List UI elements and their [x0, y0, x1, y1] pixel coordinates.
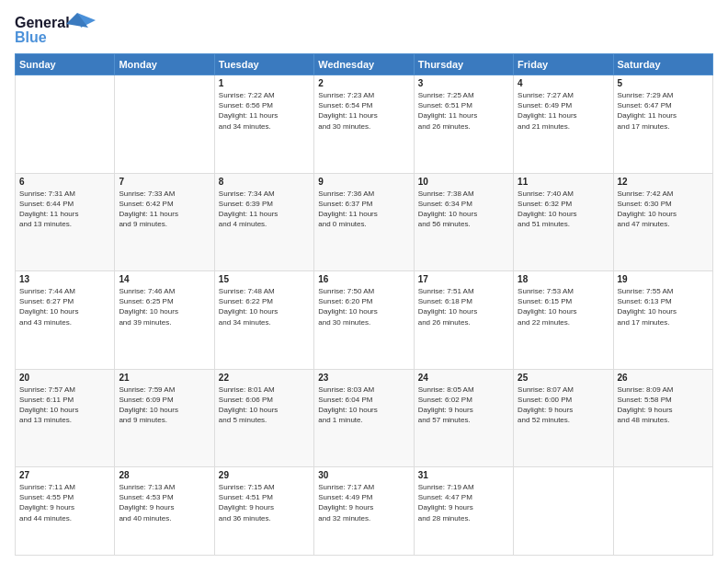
- cell-info: Sunrise: 8:09 AM Sunset: 5:58 PM Dayligh…: [618, 385, 709, 426]
- cell-info: Sunrise: 7:17 AM Sunset: 4:49 PM Dayligh…: [318, 482, 409, 523]
- calendar-cell: 17Sunrise: 7:51 AM Sunset: 6:18 PM Dayli…: [414, 271, 513, 370]
- cell-info: Sunrise: 7:50 AM Sunset: 6:20 PM Dayligh…: [318, 286, 409, 327]
- cell-info: Sunrise: 7:40 AM Sunset: 6:32 PM Dayligh…: [518, 189, 609, 230]
- day-number: 14: [119, 274, 210, 284]
- cell-info: Sunrise: 7:55 AM Sunset: 6:13 PM Dayligh…: [618, 286, 709, 327]
- day-number: 30: [318, 470, 409, 480]
- calendar-cell: 24Sunrise: 8:05 AM Sunset: 6:02 PM Dayli…: [414, 369, 513, 467]
- cell-info: Sunrise: 8:05 AM Sunset: 6:02 PM Dayligh…: [418, 385, 509, 426]
- cell-info: Sunrise: 7:42 AM Sunset: 6:30 PM Dayligh…: [618, 189, 709, 230]
- cell-info: Sunrise: 7:48 AM Sunset: 6:22 PM Dayligh…: [219, 286, 310, 327]
- cell-info: Sunrise: 7:19 AM Sunset: 4:47 PM Dayligh…: [418, 482, 509, 523]
- day-number: 7: [119, 177, 210, 187]
- col-header-monday: Monday: [115, 54, 214, 75]
- day-number: 19: [618, 274, 709, 284]
- day-number: 27: [19, 470, 110, 480]
- cell-info: Sunrise: 7:46 AM Sunset: 6:25 PM Dayligh…: [119, 286, 210, 327]
- calendar-cell: 9Sunrise: 7:36 AM Sunset: 6:37 PM Daylig…: [314, 173, 414, 271]
- day-number: 29: [219, 470, 310, 480]
- calendar-cell: 20Sunrise: 7:57 AM Sunset: 6:11 PM Dayli…: [16, 369, 115, 467]
- logo-svg: GeneralBlue: [15, 11, 97, 46]
- cell-info: Sunrise: 7:53 AM Sunset: 6:15 PM Dayligh…: [518, 286, 609, 327]
- calendar-cell: 10Sunrise: 7:38 AM Sunset: 6:34 PM Dayli…: [414, 173, 513, 271]
- cell-info: Sunrise: 7:15 AM Sunset: 4:51 PM Dayligh…: [219, 482, 310, 523]
- day-number: 23: [318, 373, 409, 383]
- day-number: 15: [219, 274, 310, 284]
- day-number: 26: [618, 373, 709, 383]
- day-number: 17: [418, 274, 509, 284]
- cell-info: Sunrise: 7:59 AM Sunset: 6:09 PM Dayligh…: [119, 385, 210, 426]
- calendar-cell: 18Sunrise: 7:53 AM Sunset: 6:15 PM Dayli…: [514, 271, 613, 370]
- cell-info: Sunrise: 7:11 AM Sunset: 4:55 PM Dayligh…: [19, 482, 110, 523]
- day-number: 3: [418, 78, 509, 88]
- day-number: 9: [318, 177, 409, 187]
- day-number: 16: [318, 274, 409, 284]
- cell-info: Sunrise: 7:57 AM Sunset: 6:11 PM Dayligh…: [19, 385, 110, 426]
- col-header-thursday: Thursday: [414, 54, 513, 75]
- calendar-cell: 28Sunrise: 7:13 AM Sunset: 4:53 PM Dayli…: [115, 467, 214, 556]
- calendar-cell: 3Sunrise: 7:25 AM Sunset: 6:51 PM Daylig…: [414, 75, 513, 174]
- cell-info: Sunrise: 7:38 AM Sunset: 6:34 PM Dayligh…: [418, 189, 509, 230]
- calendar-cell: 25Sunrise: 8:07 AM Sunset: 6:00 PM Dayli…: [514, 369, 613, 467]
- cell-info: Sunrise: 7:13 AM Sunset: 4:53 PM Dayligh…: [119, 482, 210, 523]
- page: GeneralBlue SundayMondayTuesdayWednesday…: [0, 0, 728, 563]
- cell-info: Sunrise: 7:44 AM Sunset: 6:27 PM Dayligh…: [19, 286, 110, 327]
- calendar-cell: 30Sunrise: 7:17 AM Sunset: 4:49 PM Dayli…: [314, 467, 414, 556]
- calendar-cell: [613, 467, 712, 556]
- cell-info: Sunrise: 7:33 AM Sunset: 6:42 PM Dayligh…: [119, 189, 210, 230]
- calendar-table: SundayMondayTuesdayWednesdayThursdayFrid…: [15, 53, 713, 556]
- cell-info: Sunrise: 7:34 AM Sunset: 6:39 PM Dayligh…: [219, 189, 310, 230]
- calendar-cell: 27Sunrise: 7:11 AM Sunset: 4:55 PM Dayli…: [16, 467, 115, 556]
- calendar-cell: 22Sunrise: 8:01 AM Sunset: 6:06 PM Dayli…: [214, 369, 313, 467]
- calendar-cell: 8Sunrise: 7:34 AM Sunset: 6:39 PM Daylig…: [214, 173, 313, 271]
- cell-info: Sunrise: 8:03 AM Sunset: 6:04 PM Dayligh…: [318, 385, 409, 426]
- calendar-cell: [115, 75, 214, 174]
- cell-info: Sunrise: 8:01 AM Sunset: 6:06 PM Dayligh…: [219, 385, 310, 426]
- col-header-tuesday: Tuesday: [214, 54, 313, 75]
- col-header-saturday: Saturday: [613, 54, 712, 75]
- calendar-week-4: 20Sunrise: 7:57 AM Sunset: 6:11 PM Dayli…: [16, 369, 713, 467]
- calendar-cell: 2Sunrise: 7:23 AM Sunset: 6:54 PM Daylig…: [314, 75, 414, 174]
- calendar-cell: 7Sunrise: 7:33 AM Sunset: 6:42 PM Daylig…: [115, 173, 214, 271]
- calendar-cell: 15Sunrise: 7:48 AM Sunset: 6:22 PM Dayli…: [214, 271, 313, 370]
- cell-info: Sunrise: 7:36 AM Sunset: 6:37 PM Dayligh…: [318, 189, 409, 230]
- day-number: 18: [518, 274, 609, 284]
- day-number: 5: [618, 78, 709, 88]
- day-number: 31: [418, 470, 509, 480]
- calendar-cell: 26Sunrise: 8:09 AM Sunset: 5:58 PM Dayli…: [613, 369, 712, 467]
- day-number: 28: [119, 470, 210, 480]
- day-number: 22: [219, 373, 310, 383]
- cell-info: Sunrise: 7:51 AM Sunset: 6:18 PM Dayligh…: [418, 286, 509, 327]
- calendar-cell: [16, 75, 115, 174]
- logo: GeneralBlue: [15, 11, 97, 46]
- calendar-cell: 23Sunrise: 8:03 AM Sunset: 6:04 PM Dayli…: [314, 369, 414, 467]
- cell-info: Sunrise: 7:25 AM Sunset: 6:51 PM Dayligh…: [418, 90, 509, 132]
- calendar-cell: 5Sunrise: 7:29 AM Sunset: 6:47 PM Daylig…: [613, 75, 712, 174]
- col-header-friday: Friday: [514, 54, 613, 75]
- day-number: 20: [19, 373, 110, 383]
- day-number: 21: [119, 373, 210, 383]
- cell-info: Sunrise: 7:29 AM Sunset: 6:47 PM Dayligh…: [618, 90, 709, 132]
- col-header-sunday: Sunday: [16, 54, 115, 75]
- calendar-cell: 11Sunrise: 7:40 AM Sunset: 6:32 PM Dayli…: [514, 173, 613, 271]
- calendar-cell: 12Sunrise: 7:42 AM Sunset: 6:30 PM Dayli…: [613, 173, 712, 271]
- header: GeneralBlue: [15, 11, 713, 46]
- day-number: 4: [518, 78, 609, 88]
- cell-info: Sunrise: 7:27 AM Sunset: 6:49 PM Dayligh…: [518, 90, 609, 132]
- day-number: 13: [19, 274, 110, 284]
- calendar-week-5: 27Sunrise: 7:11 AM Sunset: 4:55 PM Dayli…: [16, 467, 713, 556]
- day-number: 1: [219, 78, 310, 88]
- calendar-week-2: 6Sunrise: 7:31 AM Sunset: 6:44 PM Daylig…: [16, 173, 713, 271]
- day-number: 12: [618, 177, 709, 187]
- day-number: 6: [19, 177, 110, 187]
- day-number: 11: [518, 177, 609, 187]
- calendar-cell: 21Sunrise: 7:59 AM Sunset: 6:09 PM Dayli…: [115, 369, 214, 467]
- day-number: 8: [219, 177, 310, 187]
- day-number: 2: [318, 78, 409, 88]
- cell-info: Sunrise: 7:31 AM Sunset: 6:44 PM Dayligh…: [19, 189, 110, 230]
- cell-info: Sunrise: 8:07 AM Sunset: 6:00 PM Dayligh…: [518, 385, 609, 426]
- calendar-header-row: SundayMondayTuesdayWednesdayThursdayFrid…: [16, 54, 713, 75]
- calendar-cell: 13Sunrise: 7:44 AM Sunset: 6:27 PM Dayli…: [16, 271, 115, 370]
- calendar-cell: 31Sunrise: 7:19 AM Sunset: 4:47 PM Dayli…: [414, 467, 513, 556]
- cell-info: Sunrise: 7:22 AM Sunset: 6:56 PM Dayligh…: [219, 90, 310, 132]
